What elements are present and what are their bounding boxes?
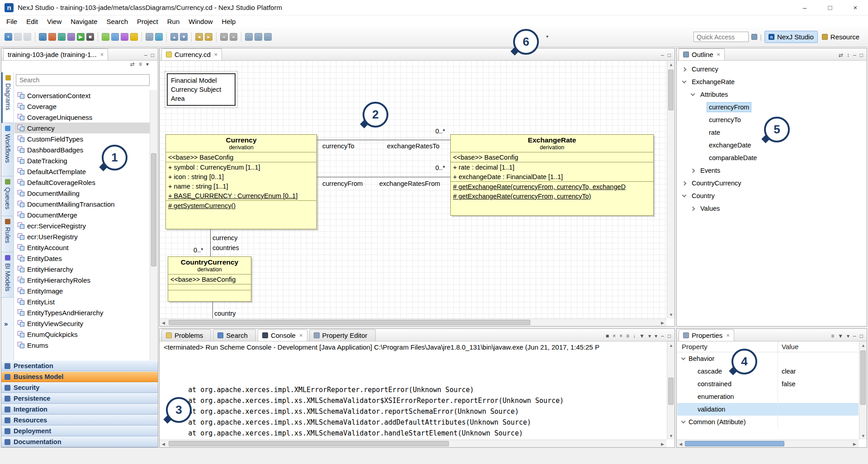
expander-icon[interactable]: [691, 206, 695, 211]
class-attribute[interactable]: + name : string [1..1]: [166, 181, 316, 191]
layer-tab[interactable]: BI Models: [1, 252, 14, 298]
quick-access-input[interactable]: [693, 32, 749, 42]
menu-item[interactable]: Run: [163, 16, 184, 27]
toolbar-button[interactable]: ▾: [216, 32, 217, 42]
explorer-search-input[interactable]: [16, 74, 150, 86]
minimize-icon[interactable]: –: [661, 333, 664, 339]
validate-icon[interactable]: ▾: [130, 33, 138, 41]
property-row[interactable]: Common (Attribute): [677, 416, 859, 428]
editor-vertical-scrollbar[interactable]: ▲ ▼: [667, 61, 675, 318]
list-item[interactable]: Currency: [14, 123, 151, 133]
outline-item-label[interactable]: Attributes: [698, 90, 730, 99]
list-item[interactable]: ecr:ServiceRegistry: [14, 220, 151, 231]
outline-item-label[interactable]: Country: [689, 191, 717, 201]
sort-icon[interactable]: ↕: [847, 52, 849, 58]
role-label-countries[interactable]: countries: [211, 244, 241, 251]
scroll-left-arrow[interactable]: ◀: [160, 440, 167, 448]
maximize-icon[interactable]: □: [668, 52, 671, 58]
menu-item[interactable]: Project: [132, 16, 163, 27]
association-currencyTo-edge[interactable]: [317, 140, 450, 140]
scrollbar-thumb[interactable]: [169, 441, 449, 446]
perspective-button[interactable]: Resource: [818, 31, 863, 43]
layer-tab[interactable]: Workflows: [1, 123, 14, 176]
outline-item-label[interactable]: currencyFrom: [707, 102, 751, 112]
display-console-icon[interactable]: ▾: [648, 333, 651, 339]
expander-icon[interactable]: [681, 355, 686, 360]
layer-section-bar[interactable]: Resources: [1, 415, 158, 426]
list-item[interactable]: EntityList: [14, 296, 151, 307]
toolbar-button[interactable]: ▾: [142, 32, 142, 42]
role-label-currencyTo[interactable]: currencyTo: [321, 142, 356, 150]
layer-section-bar[interactable]: Deployment: [1, 426, 158, 436]
new-wizard-icon[interactable]: + ▾: [5, 33, 12, 41]
outline-tree-item[interactable]: Events: [677, 164, 866, 177]
property-name-cell[interactable]: validation: [677, 403, 778, 416]
scroll-left-arrow[interactable]: ◀: [160, 319, 167, 327]
download-icon[interactable]: ▾ ▾: [180, 33, 188, 41]
property-value-cell[interactable]: [778, 352, 859, 365]
layer-section-bar[interactable]: Security: [1, 382, 158, 393]
scroll-lock-icon[interactable]: ↓: [633, 333, 636, 339]
outline-item-label[interactable]: Values: [698, 204, 722, 213]
close-window-button[interactable]: ×: [843, 0, 868, 15]
outline-tree-item[interactable]: Attributes: [677, 88, 866, 101]
menu-item[interactable]: Search: [102, 16, 132, 27]
remove-launch-icon[interactable]: ×: [613, 333, 616, 339]
list-item[interactable]: DefaultActTemplate: [14, 166, 151, 177]
layer-section-bar[interactable]: Documentation: [1, 436, 158, 447]
scroll-down-arrow[interactable]: ▼: [859, 432, 867, 440]
toolbar-overflow-chevron[interactable]: ▾: [546, 34, 548, 39]
outline-tree-item[interactable]: currencyFrom: [677, 101, 866, 114]
expander-icon[interactable]: [681, 419, 686, 423]
view-tab[interactable]: Search: [213, 329, 256, 341]
perspective-button[interactable]: n NexJ Studio: [764, 31, 818, 43]
scroll-up-arrow[interactable]: ▲: [667, 61, 675, 68]
property-row[interactable]: validation: [677, 403, 859, 416]
clear-console-icon[interactable]: ≡: [626, 333, 629, 339]
list-item[interactable]: EnumQuickpicks: [14, 329, 151, 340]
redo-icon[interactable]: » ▾: [230, 33, 237, 41]
scrollbar-thumb[interactable]: [151, 153, 156, 266]
close-tab-icon[interactable]: ×: [717, 51, 721, 58]
toolbar-button[interactable]: ▾: [166, 32, 167, 42]
maximize-icon[interactable]: □: [151, 52, 154, 58]
explorer-tab[interactable]: training-103-jade (training-1... ×: [3, 48, 108, 60]
filter-icon[interactable]: ▼: [838, 333, 843, 339]
save-all-icon[interactable]: ▾: [24, 33, 31, 41]
property-name-cell[interactable]: constrained: [677, 378, 778, 390]
uml-class-currency[interactable]: Currency derivation <<base>> BaseConfig …: [165, 134, 317, 229]
grid-icon[interactable]: ▾: [255, 33, 262, 41]
outline-tab[interactable]: Outline ×: [679, 48, 725, 60]
back-icon[interactable]: ◂ ▾: [195, 33, 203, 41]
layer-tab[interactable]: Diagrams: [1, 72, 14, 123]
outline-item-label[interactable]: Currency: [689, 64, 721, 74]
scroll-up-arrow[interactable]: ▲: [667, 341, 675, 349]
property-name-cell[interactable]: enumeration: [677, 390, 778, 403]
expander-icon[interactable]: [682, 79, 687, 83]
toolbar-button[interactable]: ▾: [191, 32, 192, 42]
collapse-all-icon[interactable]: ≡: [139, 62, 142, 67]
editor-tab-currency-cd[interactable]: Currency.cd ×: [161, 48, 222, 60]
scroll-down-arrow[interactable]: ▼: [667, 432, 675, 440]
class-attribute[interactable]: + symbol : CurrencyEnum [1..1]: [166, 162, 316, 172]
property-value-cell[interactable]: false: [778, 378, 859, 390]
expander-icon[interactable]: [682, 67, 687, 71]
view-tab[interactable]: Console ×: [258, 329, 307, 341]
list-item[interactable]: EntityAccount: [14, 242, 151, 253]
compare-icon[interactable]: ▾: [146, 33, 153, 41]
sync-icon[interactable]: ▾: [155, 33, 163, 41]
view-tab[interactable]: Problems: [161, 329, 211, 341]
toolbar-button[interactable]: ▾: [35, 32, 35, 42]
undo-icon[interactable]: « ▾: [220, 33, 228, 41]
layer-section-bar[interactable]: Persistence: [1, 393, 158, 404]
editor-horizontal-scrollbar[interactable]: ◀ ▶: [160, 318, 666, 326]
property-row[interactable]: cascade clear: [677, 365, 859, 378]
deploy-icon[interactable]: ▾: [58, 33, 66, 41]
association-countries-edge[interactable]: [210, 229, 211, 256]
maximize-window-button[interactable]: □: [817, 0, 843, 15]
list-item[interactable]: Coverage: [14, 101, 151, 112]
layout-icon[interactable]: ▾: [264, 33, 272, 41]
table-icon[interactable]: ▾: [245, 33, 253, 41]
expander-icon[interactable]: [691, 91, 695, 96]
scrollbar-thumb[interactable]: [668, 378, 674, 405]
